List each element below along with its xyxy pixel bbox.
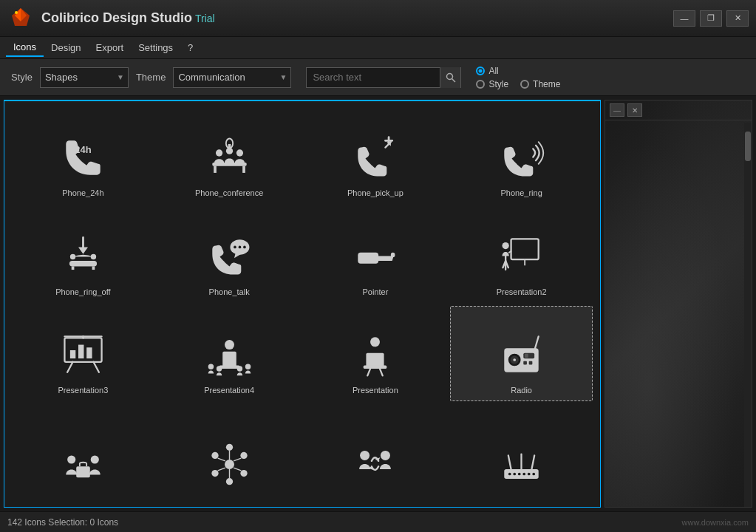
svg-line-55 (380, 369, 383, 375)
svg-line-5 (452, 78, 455, 82)
menu-export[interactable]: Export (89, 39, 132, 56)
svg-point-4 (446, 73, 452, 79)
style-select[interactable]: Shapes Outline Filled Color (40, 67, 129, 88)
menu-design[interactable]: Design (44, 39, 88, 56)
svg-point-26 (243, 246, 246, 249)
svg-rect-18 (72, 267, 75, 270)
svg-rect-38 (78, 344, 84, 358)
svg-point-71 (240, 469, 247, 476)
icon-radio[interactable]: Radio (450, 306, 593, 401)
right-panel: — ✕ (605, 100, 752, 508)
panel-scroll-thumb (745, 132, 751, 161)
icon-phone-ring[interactable]: Phone_ring (450, 109, 593, 204)
radio-all-dot (476, 66, 485, 75)
svg-point-81 (360, 450, 370, 460)
radio-group: All Style Theme (476, 66, 560, 89)
radio-all[interactable]: All (476, 66, 560, 76)
radio-theme[interactable]: Theme (520, 79, 560, 89)
icon-phone-talk[interactable]: Phone_talk (158, 208, 301, 303)
radio-style[interactable]: Style (476, 79, 508, 89)
radio-all-label: All (488, 66, 498, 76)
search-input[interactable] (307, 70, 440, 84)
svg-point-90 (528, 472, 531, 475)
menubar: Icons Design Export Settings ? (0, 37, 756, 59)
svg-point-72 (225, 478, 232, 485)
search-button[interactable] (440, 67, 460, 88)
svg-rect-37 (70, 350, 75, 358)
presentation4-image (203, 329, 255, 381)
svg-point-87 (513, 472, 516, 475)
svg-point-82 (381, 450, 390, 460)
svg-point-21 (91, 254, 96, 259)
svg-point-51 (370, 337, 380, 347)
svg-rect-53 (364, 365, 387, 369)
svg-text:24h: 24h (75, 144, 91, 155)
svg-rect-28 (391, 253, 395, 258)
watermark: www.downxia.com (682, 518, 749, 527)
svg-line-40 (67, 361, 72, 372)
people-exchange-image (350, 438, 401, 490)
icon-router[interactable] (450, 405, 593, 500)
radio-style-dot (476, 80, 485, 89)
minimize-button[interactable]: — (673, 10, 695, 27)
icon-presentation[interactable]: Presentation (304, 306, 447, 401)
app-title: Colibrico Design StudioTrial (41, 10, 215, 26)
theme-label: Theme (136, 72, 166, 83)
presentation2-image (496, 231, 548, 282)
icon-people-exchange[interactable] (304, 405, 447, 500)
theme-select-wrapper: Communication Business Technology Medica… (173, 67, 291, 88)
radio-theme-dot (520, 80, 529, 89)
theme-select[interactable]: Communication Business Technology Medica… (173, 67, 291, 88)
menu-help[interactable]: ? (180, 39, 200, 56)
svg-point-70 (240, 451, 247, 458)
svg-point-25 (238, 246, 241, 249)
svg-point-47 (208, 364, 213, 369)
icon-phone-ring-off[interactable]: Phone_ring_off (12, 208, 154, 303)
close-button[interactable]: ✕ (726, 10, 749, 27)
phone-ring-label: Phone_ring (500, 188, 542, 198)
icon-pointer[interactable]: Pointer (304, 208, 447, 303)
svg-point-46 (225, 340, 234, 349)
toolbar: Style Shapes Outline Filled Color ▼ Them… (0, 59, 756, 96)
pointer-label: Pointer (362, 287, 388, 297)
svg-point-3 (15, 11, 18, 14)
phone-pick-up-label: Phone_pick_up (347, 188, 403, 198)
panel-minimize-button[interactable]: — (610, 103, 624, 117)
icon-team-meeting[interactable] (12, 405, 154, 500)
icon-phone-conference[interactable]: Phone_conference (158, 109, 301, 204)
network-circle-image (203, 438, 255, 490)
presentation3-label: Presentation3 (58, 385, 108, 395)
svg-point-12 (236, 149, 242, 156)
panel-close-button[interactable]: ✕ (627, 103, 642, 117)
app-logo (7, 5, 34, 32)
statusbar: 142 Icons Selection: 0 Icons www.downxia… (0, 511, 756, 532)
icon-phone-pick-up[interactable]: Phone_pick_up (304, 109, 447, 204)
svg-point-74 (211, 451, 218, 458)
menu-icons[interactable]: Icons (6, 38, 44, 57)
panel-scrollbar[interactable] (744, 123, 752, 507)
main-content: 24h Phone_24h (0, 96, 756, 511)
svg-rect-8 (214, 166, 217, 172)
svg-point-10 (216, 149, 222, 156)
icon-phone-24h[interactable]: 24h Phone_24h (12, 109, 154, 204)
svg-point-69 (225, 443, 232, 450)
phone-ring-image (496, 132, 548, 183)
svg-point-88 (518, 472, 521, 475)
radio-label: Radio (511, 385, 532, 395)
team-meeting-image (57, 438, 109, 490)
maximize-button[interactable]: ❐ (700, 10, 722, 27)
svg-point-20 (70, 254, 75, 259)
titlebar: Colibrico Design StudioTrial — ❐ ✕ (0, 0, 756, 37)
svg-point-89 (522, 472, 525, 475)
phone-conference-label: Phone_conference (195, 188, 263, 198)
icon-presentation3[interactable]: Presentation3 (12, 306, 154, 401)
icon-network-circle[interactable] (158, 405, 301, 500)
svg-point-66 (67, 455, 75, 463)
svg-rect-39 (86, 347, 92, 358)
icon-presentation4[interactable]: Presentation4 (158, 306, 301, 401)
svg-point-49 (236, 366, 242, 371)
menu-settings[interactable]: Settings (131, 39, 180, 56)
presentation3-image (57, 329, 109, 381)
icon-presentation2[interactable]: Presentation2 (450, 208, 593, 303)
svg-rect-9 (242, 166, 245, 172)
